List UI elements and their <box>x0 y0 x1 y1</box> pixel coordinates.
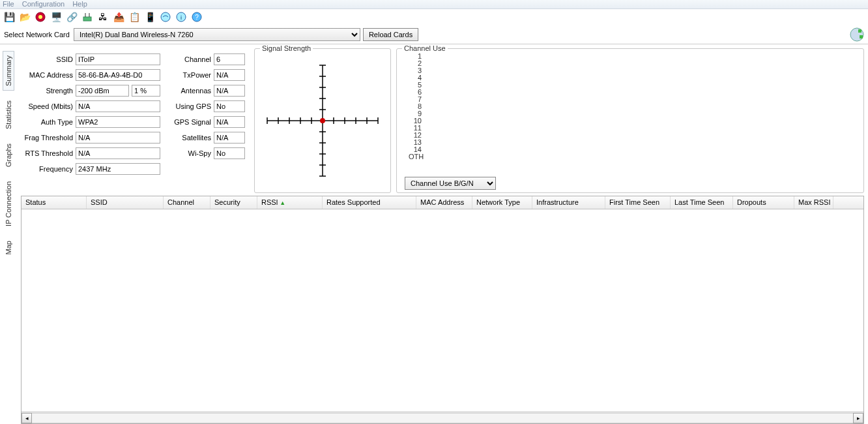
gps-label: Using GPS <box>172 102 211 110</box>
gpssig-label: GPS Signal <box>172 118 211 126</box>
menu-help[interactable]: Help <box>72 0 87 8</box>
mac-label: MAC Address <box>23 71 73 79</box>
speed-field[interactable]: N/A <box>76 100 160 112</box>
channel-field[interactable]: 6 <box>214 53 245 65</box>
rts-label: RTS Threshold <box>23 149 73 157</box>
channel-use-list: 1234567891011121314OTH <box>405 53 858 160</box>
ssid-label: SSID <box>23 55 73 63</box>
details-panel-2: Channel6 TxPowerN/A AntennasN/A Using GP… <box>169 48 249 193</box>
col-dropouts[interactable]: Dropouts <box>733 196 794 209</box>
txpower-field[interactable]: N/A <box>214 69 245 81</box>
col-security[interactable]: Security <box>210 196 257 209</box>
tab-summary[interactable]: Summary <box>3 51 14 91</box>
gpssig-field[interactable]: N/A <box>214 116 245 128</box>
auth-label: Auth Type <box>23 118 73 126</box>
freq-field[interactable]: 2437 MHz <box>76 163 160 175</box>
col-network-type[interactable]: Network Type <box>472 196 532 209</box>
auth-field[interactable]: WPA2 <box>76 116 160 128</box>
speed-label: Speed (Mbits) <box>23 102 73 110</box>
svg-rect-11 <box>858 29 861 33</box>
toolbar: 💾 📂 🖥️ 🔗 🖧 📤 📋 📱 i ? <box>0 9 868 25</box>
network-icon[interactable]: 🔗 <box>65 10 78 23</box>
tab-map[interactable]: Map <box>3 236 14 259</box>
tab-ip-connection[interactable]: IP Connection <box>3 177 14 231</box>
frag-label: Frag Threshold <box>23 134 73 142</box>
gps-field[interactable]: No <box>214 100 245 112</box>
grid-hscroll[interactable]: ◂ ▸ <box>22 412 863 423</box>
col-first-time-seen[interactable]: First Time Seen <box>605 196 671 209</box>
menu-configuration[interactable]: Configuration <box>22 0 65 8</box>
devices-icon[interactable]: 🖥️ <box>50 10 63 23</box>
svg-point-35 <box>320 118 325 123</box>
strength-dbm-field[interactable]: -200 dBm <box>76 85 129 97</box>
signal-crosshair-icon <box>261 59 384 183</box>
wispy-field[interactable]: No <box>214 147 245 159</box>
networks-grid: StatusSSIDChannelSecurityRSSIRates Suppo… <box>21 196 864 424</box>
multi-device-icon[interactable]: 🖧 <box>96 10 109 23</box>
col-mac-address[interactable]: MAC Address <box>416 196 472 209</box>
channel-row: OTH <box>409 153 422 160</box>
col-ssid[interactable]: SSID <box>87 196 164 209</box>
router-icon[interactable] <box>81 10 94 23</box>
antennas-label: Antennas <box>172 87 211 95</box>
sat-label: Satellites <box>172 134 211 142</box>
frag-field[interactable]: N/A <box>76 132 160 144</box>
sat-field[interactable]: N/A <box>214 132 245 144</box>
col-max-rssi[interactable]: Max RSSI <box>794 196 833 209</box>
channel-use-title: Channel Use <box>402 44 448 52</box>
reload-cards-button[interactable]: Reload Cards <box>363 28 418 41</box>
scroll-left-button[interactable]: ◂ <box>22 413 32 423</box>
freq-label: Frequency <box>23 165 73 173</box>
scroll-track[interactable] <box>32 413 853 423</box>
grid-body[interactable] <box>22 209 863 412</box>
strength-pct-field[interactable]: 1 % <box>132 85 160 97</box>
svg-point-5 <box>161 12 170 22</box>
channel-label: Channel <box>172 55 211 63</box>
col-status[interactable]: Status <box>22 196 87 209</box>
export-icon[interactable]: 📤 <box>112 10 125 23</box>
signal-strength-title: Signal Strength <box>260 44 313 52</box>
mac-field[interactable]: 58-66-BA-A9-4B-D0 <box>76 69 160 81</box>
channel-use-select[interactable]: Channel Use B/G/N <box>405 177 496 190</box>
globe-info-icon[interactable]: i <box>175 10 188 23</box>
app-logo-icon <box>850 27 864 42</box>
svg-text:?: ? <box>195 14 199 21</box>
nic-row: Select Network Card Intel(R) Dual Band W… <box>0 25 868 44</box>
strength-label: Strength <box>23 87 73 95</box>
folder-icon[interactable]: 📂 <box>18 10 31 23</box>
clipboard-icon[interactable]: 📋 <box>128 10 141 23</box>
help-icon[interactable]: ? <box>190 10 203 23</box>
menubar: File Configuration Help <box>0 0 868 9</box>
tab-graphs[interactable]: Graphs <box>3 139 14 172</box>
menu-file[interactable]: File <box>3 0 14 8</box>
side-tabs: Summary Statistics Graphs IP Connection … <box>0 44 17 424</box>
col-channel[interactable]: Channel <box>164 196 210 209</box>
svg-rect-2 <box>83 17 91 21</box>
record-icon[interactable] <box>34 10 47 23</box>
col-rssi[interactable]: RSSI <box>257 196 323 209</box>
scroll-right-button[interactable]: ▸ <box>853 413 863 423</box>
channel-use-panel: Channel Use 1234567891011121314OTH Chann… <box>396 48 864 193</box>
rts-field[interactable]: N/A <box>76 147 160 159</box>
nic-select[interactable]: Intel(R) Dual Band Wireless-N 7260 <box>74 28 360 41</box>
nic-label: Select Network Card <box>4 31 71 38</box>
txpower-label: TxPower <box>172 71 211 79</box>
save-icon[interactable]: 💾 <box>3 10 16 23</box>
col-infrastructure[interactable]: Infrastructure <box>532 196 605 209</box>
antennas-field[interactable]: N/A <box>214 85 245 97</box>
tab-statistics[interactable]: Statistics <box>3 96 14 134</box>
wispy-label: Wi-Spy <box>172 149 211 157</box>
col-rates-supported[interactable]: Rates Supported <box>323 196 416 209</box>
ssid-field[interactable]: IToIP <box>76 53 160 65</box>
phone-icon[interactable]: 📱 <box>143 10 156 23</box>
globe-refresh-icon[interactable] <box>159 10 172 23</box>
col-last-time-seen[interactable]: Last Time Seen <box>671 196 733 209</box>
details-panel-1: SSIDIToIP MAC Address58-66-BA-A9-4B-D0 S… <box>21 48 164 193</box>
signal-strength-panel: Signal Strength <box>254 48 391 193</box>
grid-header: StatusSSIDChannelSecurityRSSIRates Suppo… <box>22 196 863 209</box>
svg-text:i: i <box>181 14 182 21</box>
svg-point-1 <box>38 15 42 19</box>
svg-rect-12 <box>860 35 863 38</box>
